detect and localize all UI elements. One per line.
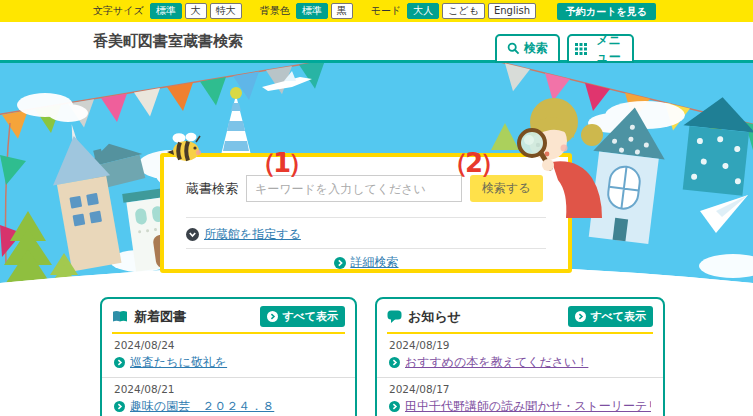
news-show-all-button[interactable]: すべて表示	[568, 306, 653, 327]
header-search-button[interactable]: 検索	[495, 34, 560, 63]
book-icon	[112, 310, 128, 323]
new-books-title-row: 新着図書	[112, 308, 186, 326]
mode-label: モード	[371, 4, 401, 18]
list-item: 2024/08/21 趣味の園芸 ２０２４．８	[102, 377, 355, 416]
arrow-right-circle-icon	[334, 257, 346, 269]
header-menu-label: メニュー	[591, 32, 626, 66]
font-size-group: 文字サイズ 標準 大 特大	[93, 3, 242, 19]
keyword-input[interactable]	[246, 175, 462, 202]
mode-english-button[interactable]: English	[488, 3, 536, 19]
new-books-title: 新着図書	[134, 308, 186, 326]
item-date: 2024/08/21	[114, 383, 343, 395]
site-header: 香美町図書室蔵書検索 検索 メニュー	[0, 22, 753, 63]
divider	[186, 248, 546, 249]
library-search-page: 文字サイズ 標準 大 特大 背景色 標準 黒 モード 大人 こども Englis…	[0, 0, 753, 416]
divider	[186, 217, 546, 218]
girl-with-magnifier-illustration	[496, 98, 618, 218]
page-title: 香美町図書室蔵書検索	[93, 32, 243, 51]
bg-black-button[interactable]: 黒	[331, 3, 353, 19]
news-show-all-label: すべて表示	[590, 309, 646, 324]
new-books-header: 新着図書 すべて表示	[102, 299, 355, 332]
bee-illustration	[164, 131, 210, 165]
new-books-show-all-button[interactable]: すべて表示	[260, 306, 345, 327]
list-item: 2024/08/19 おすすめの本を教えてください！	[377, 334, 663, 377]
bg-standard-button[interactable]: 標準	[296, 3, 328, 19]
news-title: お知らせ	[408, 308, 461, 326]
list-item: 2024/08/17 田中千代野講師の読み聞かせ・ストーリーテリング	[377, 377, 663, 416]
reservation-cart-button[interactable]: 予約カートを見る	[557, 3, 656, 20]
font-size-xlarge-button[interactable]: 特大	[210, 3, 242, 19]
item-date: 2024/08/17	[389, 383, 651, 395]
item-date: 2024/08/24	[114, 339, 343, 351]
font-size-large-button[interactable]: 大	[185, 3, 207, 19]
news-header: お知らせ すべて表示	[377, 299, 663, 332]
font-size-label: 文字サイズ	[93, 4, 144, 18]
book-title-link[interactable]: 趣味の園芸 ２０２４．８	[130, 398, 274, 415]
arrow-right-circle-icon	[267, 311, 278, 322]
header-search-label: 検索	[524, 40, 548, 57]
news-item-link[interactable]: 田中千代野講師の読み聞かせ・ストーリーテリング	[405, 398, 651, 415]
catalog-search-label: 蔵書検索	[186, 180, 238, 198]
mode-adult-button[interactable]: 大人	[407, 3, 439, 19]
arrow-right-circle-icon	[389, 401, 400, 412]
arrow-right-circle-icon	[389, 357, 400, 368]
chevron-down-circle-icon	[186, 228, 199, 241]
font-size-standard-button[interactable]: 標準	[150, 3, 182, 19]
accessibility-toolbar: 文字サイズ 標準 大 特大 背景色 標準 黒 モード 大人 こども Englis…	[0, 0, 753, 22]
grid-menu-icon	[575, 43, 587, 55]
hero-illustration: 蔵書検索 検索する 所蔵館を指定する 詳細検索 （1） （2）	[0, 63, 753, 290]
holdings-link-row: 所蔵館を指定する	[186, 226, 301, 243]
mode-group: モード 大人 こども English	[371, 3, 536, 19]
arrow-right-circle-icon	[114, 401, 125, 412]
new-books-panel: 新着図書 すべて表示 2024/08/24 巡査たちに敬礼を 2024/08/2…	[100, 297, 357, 416]
book-title-link[interactable]: 巡査たちに敬礼を	[130, 354, 227, 371]
item-date: 2024/08/19	[389, 339, 651, 351]
mode-kids-button[interactable]: こども	[442, 3, 485, 19]
arrow-right-circle-icon	[114, 357, 125, 368]
new-books-show-all-label: すべて表示	[282, 309, 338, 324]
specify-holdings-link[interactable]: 所蔵館を指定する	[204, 226, 301, 243]
news-title-row: お知らせ	[387, 308, 461, 326]
news-panel: お知らせ すべて表示 2024/08/19 おすすめの本を教えてください！ 20…	[375, 297, 665, 416]
list-item: 2024/08/24 巡査たちに敬礼を	[102, 334, 355, 377]
news-item-link[interactable]: おすすめの本を教えてください！	[405, 354, 588, 371]
arrow-right-circle-icon	[575, 311, 586, 322]
background-color-group: 背景色 標準 黒	[260, 3, 353, 19]
background-color-label: 背景色	[260, 4, 290, 18]
speech-bubble-icon	[387, 310, 402, 323]
header-menu-button[interactable]: メニュー	[567, 34, 634, 63]
advanced-search-row: 詳細検索	[164, 254, 568, 271]
search-icon	[507, 42, 520, 55]
advanced-search-link[interactable]: 詳細検索	[351, 254, 399, 271]
